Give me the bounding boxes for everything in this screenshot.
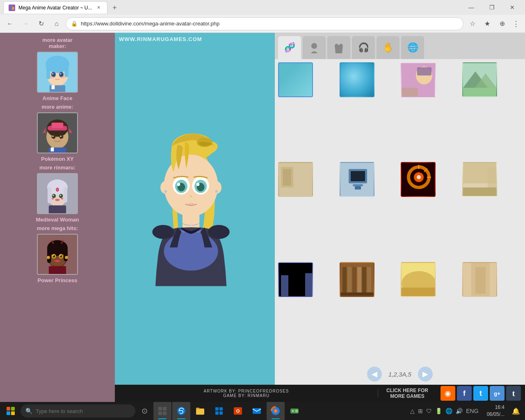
tab-outfit[interactable] — [327, 36, 350, 59]
bg-thumb-blue[interactable] — [340, 62, 374, 97]
store-app[interactable] — [210, 402, 228, 420]
tab-globe[interactable]: 🌐 — [401, 36, 424, 59]
game-main: WWW.RINMARUGAMES.COM — [115, 33, 525, 385]
svg-rect-48 — [64, 247, 68, 262]
maximize-button[interactable]: ❐ — [482, 1, 501, 14]
start-button[interactable] — [2, 403, 19, 419]
browser-menu-button[interactable]: ⋮ — [510, 18, 522, 30]
bg-thumb-fireworks[interactable] — [401, 162, 436, 197]
tab-favicon: 🎭 — [9, 5, 15, 11]
svg-rect-123 — [367, 267, 371, 294]
bg-thumb-library[interactable] — [340, 262, 374, 297]
svg-rect-119 — [347, 267, 352, 294]
svg-point-54 — [60, 255, 61, 256]
svg-rect-130 — [475, 267, 486, 294]
google-button[interactable]: g+ — [490, 386, 504, 401]
bg-thumb-room[interactable] — [278, 162, 313, 197]
svg-point-25 — [61, 138, 65, 140]
minimize-button[interactable]: — — [462, 1, 481, 14]
bg-thumb-interior[interactable] — [462, 162, 497, 197]
svg-rect-118 — [342, 267, 347, 294]
medieval-label: Medieval Woman — [36, 217, 79, 223]
bg-thumb-city[interactable] — [278, 262, 313, 297]
power-princess-thumb[interactable] — [37, 234, 78, 275]
office-app[interactable]: O — [229, 402, 247, 420]
active-tab[interactable]: 🎭 Mega Anime Avatar Creator ~ U... ✕ — [3, 1, 107, 14]
home-button[interactable]: ⌂ — [50, 17, 63, 30]
next-page-button[interactable]: ▶ — [418, 367, 433, 381]
mail-app[interactable] — [248, 402, 266, 420]
bg-thumb-hallway[interactable] — [462, 262, 497, 297]
tab-face[interactable] — [303, 36, 326, 59]
prev-page-button[interactable]: ◀ — [367, 367, 382, 381]
anime-face-label: Anime Face — [43, 95, 73, 101]
svg-rect-19 — [52, 123, 64, 128]
window-controls: — ❐ ✕ — [462, 1, 522, 14]
svg-rect-12 — [52, 85, 55, 89]
clock[interactable]: 16:4 06/05/... — [484, 404, 508, 418]
search-input[interactable] — [36, 408, 118, 414]
bg-thumb-tech[interactable] — [340, 162, 374, 197]
artwork-credit: ARTWORK BY: PRINCEOFREDROSES — [204, 389, 289, 393]
task-view-button[interactable] — [153, 402, 171, 420]
profile-button[interactable]: ⊕ — [495, 17, 509, 30]
svg-text:★: ★ — [189, 223, 193, 228]
back-button[interactable]: ← — [3, 17, 16, 30]
file-explorer-app[interactable] — [191, 402, 209, 420]
svg-rect-88 — [402, 88, 418, 97]
bookmarks-button[interactable]: ★ — [481, 17, 494, 30]
battery-icon[interactable]: 🔋 — [435, 408, 442, 414]
show-hidden-icons[interactable]: △ — [410, 408, 415, 414]
antivirus-icon[interactable]: 🛡 — [426, 408, 432, 414]
tab-dna[interactable]: 🧬 — [278, 36, 301, 59]
close-window-button[interactable]: ✕ — [503, 1, 522, 14]
svg-rect-121 — [357, 267, 361, 294]
firefox-app[interactable] — [267, 402, 285, 420]
facebook-button[interactable]: f — [457, 386, 472, 401]
tab-close-button[interactable]: ✕ — [96, 5, 102, 11]
refresh-button[interactable]: ↻ — [34, 17, 48, 30]
time-display: 16:4 — [487, 404, 504, 411]
new-tab-button[interactable]: + — [109, 2, 121, 14]
taskbar-apps: O — [153, 402, 304, 420]
sidebar: more avatarmaker: — [0, 33, 115, 402]
tab-hand[interactable]: ✋ — [377, 36, 399, 59]
edge-app[interactable] — [172, 402, 190, 420]
pokemon-thumb[interactable] — [37, 112, 78, 153]
notification-button[interactable]: 🔔 — [509, 404, 523, 418]
svg-rect-114 — [289, 271, 295, 297]
svg-point-33 — [52, 194, 56, 198]
footer-credits: ARTWORK BY: PRINCEOFREDROSES GAME BY: RI… — [115, 389, 378, 398]
svg-point-9 — [52, 73, 54, 75]
taskview-icon[interactable]: ⊞ — [418, 408, 423, 414]
nav-right-icons: ☆ ★ ⊕ ⋮ — [466, 17, 522, 30]
svg-point-34 — [59, 194, 63, 198]
tab-headphones[interactable]: 🎧 — [352, 36, 375, 59]
bg-thumb-anime[interactable] — [401, 62, 436, 97]
anime-face-thumb[interactable] — [37, 52, 78, 93]
svg-point-41 — [61, 198, 64, 200]
svg-point-77 — [187, 203, 195, 206]
bg-thumb-mountains[interactable] — [462, 62, 497, 97]
svg-rect-133 — [158, 411, 162, 415]
medieval-thumb[interactable] — [37, 173, 78, 214]
svg-rect-139 — [215, 411, 219, 415]
rss-button[interactable]: ◉ — [441, 386, 455, 401]
network-icon[interactable]: 🌐 — [445, 408, 452, 414]
svg-rect-131 — [158, 407, 162, 411]
tumblr-button[interactable]: t — [506, 386, 521, 401]
svg-rect-95 — [283, 169, 291, 185]
bookmark-star-button[interactable]: ☆ — [466, 17, 479, 30]
search-bar: 🔍 — [21, 404, 135, 418]
volume-icon[interactable]: 🔊 — [456, 408, 463, 414]
cortana-button[interactable]: ⊙ — [137, 404, 152, 418]
more-mega-label: more mega hits: — [37, 225, 78, 231]
svg-point-82 — [152, 225, 174, 239]
forward-button[interactable]: → — [19, 17, 32, 30]
address-bar[interactable] — [81, 21, 458, 27]
more-games-button[interactable]: CLICK HERE FORMORE GAMES — [378, 388, 436, 399]
bg-thumb-selected[interactable] — [278, 62, 313, 97]
bg-thumb-desert[interactable] — [401, 262, 436, 297]
game-app[interactable] — [285, 402, 304, 420]
twitter-button[interactable]: t — [473, 386, 488, 401]
